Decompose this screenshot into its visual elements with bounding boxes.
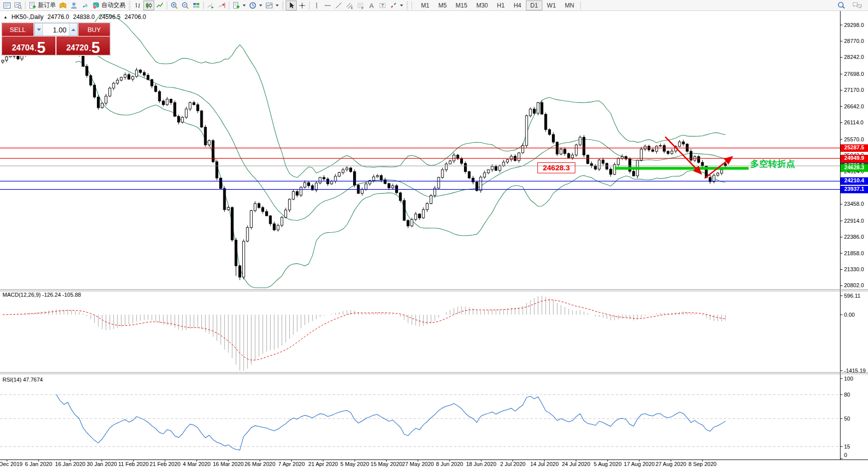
- timeframe-button-H4[interactable]: H4: [509, 0, 525, 10]
- chart-preview-icon: [14, 1, 22, 9]
- terminal-panel-icon: [3, 1, 11, 9]
- svg-text:E: E: [351, 6, 354, 9]
- chart-preview-button[interactable]: [12, 0, 23, 10]
- volume-input[interactable]: 1.00: [43, 23, 69, 35]
- toolbar-separator: [229, 1, 229, 9]
- price-tag: 25287.5: [841, 144, 868, 152]
- signals-button[interactable]: [79, 0, 90, 10]
- auto-scroll-icon: [207, 1, 215, 9]
- macd-axis-tick: 0.00: [844, 312, 855, 318]
- vertical-line-button[interactable]: [311, 0, 322, 10]
- timeframe-button-W1[interactable]: W1: [542, 0, 560, 10]
- text-label-icon: T: [379, 1, 387, 9]
- macd-axis-tick: -1415.19: [844, 368, 866, 374]
- timeframe-button-M30[interactable]: M30: [472, 0, 492, 10]
- community-icon: [70, 1, 78, 9]
- trendline-button[interactable]: [333, 0, 344, 10]
- price-axis-tick: 20802.0: [844, 282, 864, 288]
- chat-icon[interactable]: [852, 1, 863, 10]
- price-axis-tick: 28242.0: [844, 54, 864, 60]
- zoom-in-button[interactable]: [169, 0, 180, 10]
- svg-text:A: A: [370, 1, 374, 9]
- timeframe-button-M5[interactable]: M5: [434, 0, 451, 10]
- candlestick-chart-icon: [145, 1, 153, 9]
- price-level-annotation[interactable]: 24628.3: [537, 162, 575, 173]
- indicators-icon: [232, 1, 240, 9]
- candlestick-chart-button[interactable]: [143, 0, 154, 10]
- chart-shift-button[interactable]: [216, 0, 227, 10]
- toolbar-drag-handle[interactable]: [407, 1, 408, 9]
- line-chart-button[interactable]: [154, 0, 165, 10]
- volume-increase-button[interactable]: [69, 23, 77, 35]
- templates-button[interactable]: [264, 0, 280, 10]
- rsi-axis-tick: 50: [844, 416, 850, 422]
- search-icon[interactable]: [837, 1, 846, 10]
- tile-windows-icon: [192, 1, 200, 9]
- terminal-panel-button[interactable]: [1, 0, 12, 10]
- zoom-out-button[interactable]: [180, 0, 191, 10]
- auto-trading-label: 自动交易: [101, 1, 125, 9]
- market-button[interactable]: [57, 0, 68, 10]
- collapse-panel-icon[interactable]: ▲: [3, 15, 7, 19]
- macd-axis-tick: 596.11: [844, 293, 861, 299]
- crosshair-button[interactable]: [297, 0, 308, 10]
- dropdown-caret-icon: [259, 4, 262, 6]
- mql5-community-button[interactable]: [68, 0, 79, 10]
- timeframe-toolbar: M1M5M15M30H1H4D1W1MN: [417, 0, 579, 10]
- timeframe-button-M15[interactable]: M15: [451, 0, 471, 10]
- timeframe-button-M1[interactable]: M1: [417, 0, 434, 10]
- sell-price[interactable]: 24704.5: [2, 36, 55, 55]
- ohlc-low: 24596.5: [99, 13, 120, 20]
- vertical-line-icon: [313, 1, 321, 9]
- mt4-terminal: 新订单 自动交易: [0, 0, 868, 468]
- ohlc-close: 24706.0: [124, 13, 146, 20]
- zoom-in-icon: [170, 1, 178, 9]
- periods-button[interactable]: [247, 0, 264, 10]
- price-axis-tick: 22386.0: [844, 234, 864, 240]
- arrows-button[interactable]: [388, 0, 405, 10]
- fibonacci-button[interactable]: F: [355, 0, 366, 10]
- turning-point-label: 多空转折点: [750, 158, 795, 170]
- price-axis-tick: 23458.0: [844, 201, 864, 207]
- toolbar-drag-handle[interactable]: [282, 1, 284, 9]
- rsi-indicator-label: RSI(14) 47.7674: [2, 377, 43, 383]
- timeframe-button-H1[interactable]: H1: [492, 0, 509, 10]
- indicators-button[interactable]: [231, 0, 247, 10]
- auto-scroll-button[interactable]: [205, 0, 216, 10]
- trendline-icon: [335, 1, 343, 9]
- volume-decrease-button[interactable]: [34, 23, 43, 35]
- timeframe-button-MN[interactable]: MN: [560, 0, 579, 10]
- auto-trading-button[interactable]: 自动交易: [90, 0, 127, 10]
- main-toolbar: 新订单 自动交易: [0, 0, 868, 11]
- horizontal-line-icon: [324, 1, 332, 9]
- template-icon: [265, 1, 273, 9]
- cursor-button[interactable]: [286, 0, 297, 10]
- toolbar-separator: [580, 1, 581, 9]
- tile-windows-button[interactable]: [191, 0, 202, 10]
- text-button[interactable]: A: [366, 0, 377, 10]
- macd-indicator-label: MACD(12,26,9) -126.24 -105.88: [2, 292, 81, 298]
- dropdown-caret-icon: [243, 4, 246, 6]
- timeframe-button-D1[interactable]: D1: [526, 0, 542, 10]
- equidistant-channel-button[interactable]: E: [344, 0, 355, 10]
- bar-chart-button[interactable]: [132, 0, 143, 10]
- price-tag: 24210.4: [841, 177, 868, 185]
- arrows-icon: [390, 1, 398, 9]
- text-label-button[interactable]: T: [377, 0, 388, 10]
- new-order-button[interactable]: 新订单: [27, 0, 57, 10]
- price-axis-tick: 27698.0: [844, 71, 864, 77]
- buy-button[interactable]: BUY: [78, 23, 110, 36]
- ohlc-open: 24776.0: [47, 13, 69, 20]
- buy-price[interactable]: 24720.5: [56, 36, 110, 55]
- rsi-axis-tick: 15: [844, 444, 850, 450]
- rsi-axis-tick: 80: [844, 392, 850, 398]
- increase-caret-icon: [71, 28, 75, 31]
- sell-button[interactable]: SELL: [2, 23, 33, 36]
- price-tag: 23937.1: [841, 186, 868, 193]
- date-label: 8 Sep 2020: [681, 461, 724, 467]
- horizontal-line-button[interactable]: [322, 0, 333, 10]
- line-chart-icon: [156, 1, 164, 9]
- rsi-axis-tick: 0: [844, 452, 847, 458]
- price-tag: 24949.9: [841, 155, 868, 162]
- toolbar-drag-handle[interactable]: [129, 1, 130, 9]
